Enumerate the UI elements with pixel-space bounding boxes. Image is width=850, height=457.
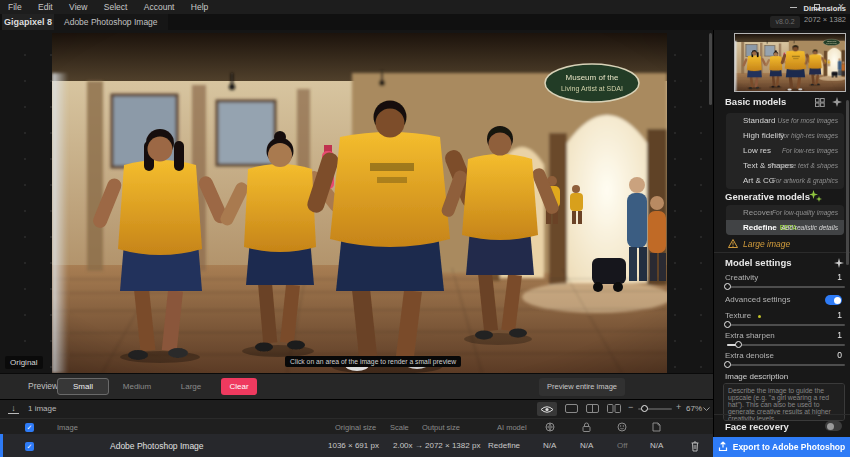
sparkle-icon[interactable] xyxy=(832,97,842,107)
extra-denoise-value: 0 xyxy=(837,350,842,360)
app-title: Gigapixel 8 xyxy=(2,14,54,30)
menu-view[interactable]: View xyxy=(69,2,87,12)
extra-sharpen-value: 1 xyxy=(837,330,842,340)
model-text-shapes[interactable]: Text & shapesPreserve text & shapes xyxy=(726,158,844,173)
toggle-knob xyxy=(827,423,834,430)
check-icon: ✓ xyxy=(27,443,33,450)
creativity-slider-knob[interactable] xyxy=(724,283,731,290)
row-lock-value: N/A xyxy=(580,441,593,450)
queue-table-header: ✓ Image Original size Scale Output size … xyxy=(0,418,713,434)
upload-icon xyxy=(718,441,728,452)
model-desc: For low-quality images xyxy=(772,205,838,220)
canvas-scrollbar[interactable] xyxy=(709,33,712,105)
preview-controls-bar: Preview controls Small Medium Large Clea… xyxy=(0,373,713,399)
model-settings-title: Model settings xyxy=(725,257,792,268)
menu-help[interactable]: Help xyxy=(191,2,208,12)
check-icon: ✓ xyxy=(27,424,33,431)
preview-size-small-button[interactable]: Small xyxy=(57,378,109,395)
model-high-fidelity[interactable]: High fidelityFor high-res images xyxy=(726,128,844,143)
model-art-cg[interactable]: Art & CGFor artwork & graphics xyxy=(726,173,844,188)
menu-account[interactable]: Account xyxy=(144,2,175,12)
model-desc: For artwork & graphics xyxy=(772,173,838,188)
model-name: Recover xyxy=(743,205,773,220)
model-low-res[interactable]: Low resFor low-res images xyxy=(726,143,844,158)
row-ai-model[interactable]: Redefine xyxy=(488,441,520,450)
row-image-name: Adobe Photoshop Image xyxy=(110,441,204,451)
chevron-down-icon[interactable] xyxy=(703,407,710,411)
generative-models-title: Generative models xyxy=(725,191,810,202)
dimensions-readout: Dimensions 2072 × 1382 xyxy=(778,3,846,26)
download-icon[interactable]: ↓ xyxy=(8,403,19,414)
texture-modified-dot xyxy=(758,315,761,318)
extra-sharpen-slider-track[interactable] xyxy=(727,344,845,346)
image-description-title: Image description xyxy=(725,372,788,381)
dimensions-value: 2072 × 1382 xyxy=(778,14,846,25)
zoom-level-value[interactable]: 67% xyxy=(686,404,702,413)
advanced-settings-toggle[interactable] xyxy=(825,295,842,305)
model-recover[interactable]: RecoverFor low-quality images xyxy=(726,205,844,220)
split-view-icon[interactable] xyxy=(586,404,599,413)
extra-denoise-slider-knob[interactable] xyxy=(724,361,731,368)
navigator-thumbnail[interactable] xyxy=(734,33,846,92)
zoom-slider-knob[interactable] xyxy=(641,405,648,412)
export-button-label: Export to Adobe Photoshop xyxy=(733,442,846,452)
zoom-in-button[interactable]: + xyxy=(676,402,681,412)
model-name: Low res xyxy=(743,143,771,158)
model-desc: For low-res images xyxy=(782,143,838,158)
row-scale[interactable]: 2.00x → xyxy=(393,441,423,450)
side-by-side-view-icon[interactable] xyxy=(607,404,621,413)
menu-file[interactable]: File xyxy=(8,2,22,12)
extra-denoise-slider-track[interactable] xyxy=(727,364,845,366)
creativity-slider-track[interactable] xyxy=(727,286,845,288)
texture-slider-knob[interactable] xyxy=(724,321,731,328)
queue-row-adobe-photoshop-image[interactable]: ✓ Adobe Photoshop Image 1036 × 691 px 2.… xyxy=(0,434,713,457)
row-checkbox[interactable]: ✓ xyxy=(25,442,34,451)
row-output-size: 2072 × 1382 px xyxy=(425,441,480,450)
compare-view-button[interactable] xyxy=(537,402,557,416)
model-redefine[interactable]: RedefineBETAAdd realistic details xyxy=(726,220,844,235)
menu-select[interactable]: Select xyxy=(104,2,128,12)
texture-label: Texture xyxy=(725,311,751,320)
panel-scrollbar[interactable] xyxy=(846,100,849,265)
settings-panel: Basic models StandardUse for most images… xyxy=(713,30,850,457)
auto-wand-icon[interactable] xyxy=(834,258,844,268)
image-description-input[interactable] xyxy=(723,383,845,421)
toggle-knob xyxy=(834,297,841,304)
original-label: Original xyxy=(5,356,43,369)
preview-size-large-button[interactable]: Large xyxy=(165,378,217,395)
face-recovery-toggle[interactable] xyxy=(825,421,842,431)
grid-icon[interactable] xyxy=(815,98,825,107)
model-desc: For high-res images xyxy=(779,128,838,143)
tab-adobe-photoshop-image[interactable]: Adobe Photoshop Image xyxy=(54,14,168,30)
main-photo[interactable] xyxy=(52,33,667,373)
lock-icon xyxy=(582,422,591,432)
texture-slider-track[interactable] xyxy=(727,324,845,326)
warning-icon xyxy=(728,239,738,248)
single-view-icon[interactable] xyxy=(565,404,578,413)
model-standard[interactable]: StandardUse for most images xyxy=(726,113,844,128)
preview-size-medium-button[interactable]: Medium xyxy=(111,378,163,395)
preview-tooltip: Click on an area of the image to render … xyxy=(285,356,461,367)
row-selected-indicator xyxy=(0,434,3,457)
generative-models-list: RecoverFor low-quality images RedefineBE… xyxy=(726,205,844,235)
model-desc: Preserve text & shapes xyxy=(770,158,838,173)
trash-icon[interactable] xyxy=(690,440,700,452)
extra-sharpen-label: Extra sharpen xyxy=(725,331,775,340)
image-canvas[interactable]: Original Click on an area of the image t… xyxy=(0,30,713,373)
preview-entire-image-button[interactable]: Preview entire image xyxy=(539,378,625,396)
extra-sharpen-slider-knob[interactable] xyxy=(735,341,742,348)
select-all-checkbox[interactable]: ✓ xyxy=(25,423,34,432)
navigator-photo xyxy=(735,34,845,91)
export-to-adobe-photoshop-button[interactable]: Export to Adobe Photoshop xyxy=(713,437,850,457)
dimensions-label: Dimensions xyxy=(778,3,846,14)
column-original-size: Original size xyxy=(335,423,376,432)
zoom-out-button[interactable]: − xyxy=(628,402,633,412)
menu-edit[interactable]: Edit xyxy=(38,2,53,12)
row-file-value: N/A xyxy=(650,441,663,450)
column-ai-model: AI model xyxy=(497,423,527,432)
globe-icon xyxy=(545,422,555,432)
clear-previews-button[interactable]: Clear xyxy=(221,378,257,395)
eye-icon xyxy=(540,405,554,414)
model-name: Art & CG xyxy=(743,173,775,188)
basic-models-title: Basic models xyxy=(725,96,786,107)
